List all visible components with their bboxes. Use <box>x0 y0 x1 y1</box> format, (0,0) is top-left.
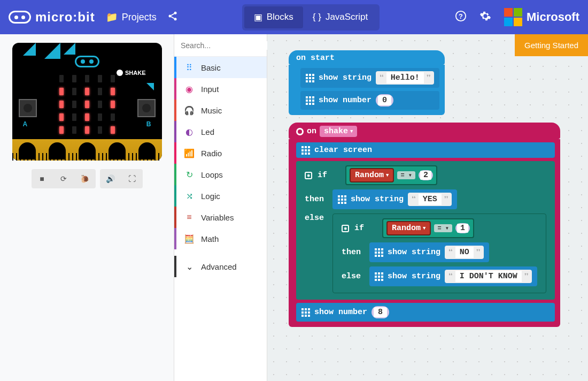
tab-javascript[interactable]: { } JavaScript <box>303 6 377 28</box>
operator-dropdown[interactable]: = ▾ <box>434 224 452 232</box>
number-input[interactable]: 1 <box>455 223 470 233</box>
tab-blocks[interactable]: ▣ Blocks <box>244 6 303 28</box>
stop-button[interactable]: ■ <box>32 169 53 188</box>
equals-operator[interactable]: Random▼ = ▾ 1 <box>382 218 474 238</box>
label-a: A <box>23 120 28 128</box>
shake-label[interactable]: SHAKE <box>117 70 146 76</box>
edge-pins: 0 1 2 3V GND <box>12 139 162 161</box>
grid-icon <box>306 74 314 82</box>
pin-3v[interactable]: 3V <box>109 142 126 159</box>
blocks-icon: ▣ <box>254 12 262 23</box>
button-b[interactable] <box>137 99 156 117</box>
grid-icon <box>301 308 310 317</box>
ms-squares-icon <box>504 8 522 26</box>
fullscreen-button[interactable]: ⛶ <box>121 169 143 188</box>
string-slot[interactable]: ❝I DON'T KNOW❞ <box>445 270 532 283</box>
on-shake-stack[interactable]: on shake▼ clear screen ✱ if Random▼ = ▾ <box>289 123 560 327</box>
category-loops[interactable]: ↻Loops <box>174 164 267 185</box>
svg-point-1 <box>168 14 171 17</box>
ring-icon <box>296 128 304 135</box>
category-variables[interactable]: ≡Variables <box>174 207 267 228</box>
show-string-yes[interactable]: show string ❝YES❞ <box>332 189 457 209</box>
grid-icon <box>306 96 314 105</box>
grid-icon <box>375 248 383 257</box>
microbit-logo-icon <box>9 11 31 24</box>
on-start-stack[interactable]: on start show string ❝Hello!❞ show numbe… <box>289 50 445 115</box>
if-block-inner[interactable]: ✱ if Random▼ = ▾ 1 then <box>332 214 546 293</box>
list-icon: ≡ <box>184 212 195 222</box>
on-shake-hat[interactable]: on shake▼ <box>289 123 560 139</box>
variable-random[interactable]: Random▼ <box>386 221 431 235</box>
grid-icon: ⠿ <box>184 63 195 73</box>
search-box: 🔍 <box>174 34 267 57</box>
pin-2[interactable]: 2 <box>79 142 96 159</box>
string-slot[interactable]: ❝Hello!❞ <box>376 71 434 85</box>
board-face-icon <box>75 56 99 67</box>
grid-icon <box>301 146 310 155</box>
gesture-dropdown[interactable]: shake▼ <box>320 126 357 137</box>
category-led[interactable]: ◐Led <box>174 121 267 142</box>
microbit-board[interactable]: SHAKE A B 0 1 2 3V GND <box>12 43 162 161</box>
grid-icon <box>338 195 346 204</box>
loop-icon: ↻ <box>184 170 195 180</box>
on-start-body: show string ❝Hello!❞ show number 0 <box>289 65 445 115</box>
main-area: SHAKE A B 0 1 2 3V GND <box>0 34 588 381</box>
category-panel: 🔍 ⠿Basic ◉Input 🎧Music ◐Led 📶Radio ↻Loop… <box>174 34 267 381</box>
slowmo-button[interactable]: 🐌 <box>74 169 96 188</box>
mute-button[interactable]: 🔊 <box>100 169 121 188</box>
category-math[interactable]: 🧮Math <box>174 228 267 249</box>
show-number-8-block[interactable]: show number 8 <box>296 303 555 322</box>
folder-icon: 📁 <box>106 11 118 23</box>
blocks-canvas[interactable]: Getting Started on start show string ❝He… <box>267 34 588 381</box>
on-start-hat[interactable]: on start <box>289 50 445 65</box>
toggle-icon: ◐ <box>184 127 195 137</box>
chevron-down-icon: ▼ <box>350 129 353 134</box>
number-slot[interactable]: 0 <box>376 94 393 106</box>
chevron-down-icon: ⌄ <box>184 262 195 272</box>
button-a[interactable] <box>19 99 37 117</box>
led-display <box>59 75 115 134</box>
svg-point-0 <box>174 11 176 14</box>
clear-screen-block[interactable]: clear screen <box>296 142 555 158</box>
pin-0[interactable]: 0 <box>19 142 36 159</box>
string-slot[interactable]: ❝YES❞ <box>408 193 452 206</box>
b-triangle-icon <box>146 83 154 90</box>
logo[interactable]: micro:bit <box>9 10 95 25</box>
operator-dropdown[interactable]: = ▾ <box>397 171 415 179</box>
gear-icon[interactable]: ✱ <box>342 225 349 232</box>
string-slot[interactable]: ❝NO❞ <box>445 246 484 259</box>
category-logic[interactable]: ⤭Logic <box>174 185 267 207</box>
restart-button[interactable]: ⟳ <box>53 169 74 188</box>
show-string-no[interactable]: show string ❝NO❞ <box>369 242 489 262</box>
category-music[interactable]: 🎧Music <box>174 100 267 121</box>
category-basic[interactable]: ⠿Basic <box>174 57 267 78</box>
show-string-idk[interactable]: show string ❝I DON'T KNOW❞ <box>369 266 537 286</box>
search-input[interactable] <box>181 41 274 50</box>
category-input[interactable]: ◉Input <box>174 78 267 100</box>
variable-random[interactable]: Random▼ <box>350 168 394 182</box>
getting-started-button[interactable]: Getting Started <box>515 34 588 56</box>
simulator-controls: ■ ⟳ 🐌 🔊 ⛶ <box>9 169 165 188</box>
if-block-outer[interactable]: ✱ if Random▼ = ▾ 2 then show string <box>296 161 555 300</box>
show-number-block[interactable]: show number 0 <box>300 91 439 110</box>
on-shake-body: clear screen ✱ if Random▼ = ▾ 2 then <box>289 139 560 327</box>
settings-button[interactable] <box>479 10 491 25</box>
share-button[interactable] <box>167 11 178 24</box>
number-slot[interactable]: 8 <box>372 306 389 318</box>
simulator-panel: SHAKE A B 0 1 2 3V GND <box>0 34 174 381</box>
category-radio[interactable]: 📶Radio <box>174 142 267 164</box>
label-b: B <box>146 120 151 128</box>
microsoft-logo[interactable]: Microsoft <box>504 8 579 26</box>
show-string-block[interactable]: show string ❝Hello!❞ <box>300 68 439 88</box>
share-icon <box>167 11 178 24</box>
category-advanced[interactable]: ⌄Advanced <box>174 256 267 277</box>
pin-1[interactable]: 1 <box>49 142 66 159</box>
number-input[interactable]: 2 <box>419 170 433 180</box>
equals-operator[interactable]: Random▼ = ▾ 2 <box>345 165 437 185</box>
board-decoration <box>44 43 60 59</box>
gear-icon[interactable]: ✱ <box>305 172 312 179</box>
board-decoration <box>23 43 36 56</box>
help-button[interactable]: ? <box>455 10 467 25</box>
pin-gnd[interactable]: GND <box>138 142 156 159</box>
projects-button[interactable]: 📁 Projects <box>106 11 157 23</box>
